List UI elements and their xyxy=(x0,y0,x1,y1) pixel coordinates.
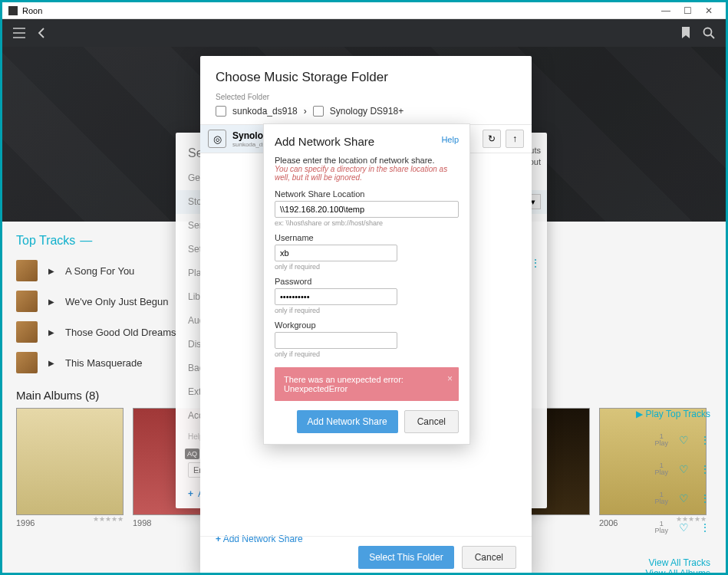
app-toolbar xyxy=(2,19,726,47)
favorite-icon[interactable]: ♡ xyxy=(679,521,689,534)
collapse-icon[interactable]: — xyxy=(80,234,92,248)
help-link[interactable]: Help xyxy=(441,135,459,144)
track-cover-art xyxy=(16,352,38,373)
dialog-title: Add Network Share xyxy=(275,135,459,148)
cancel-button[interactable]: Cancel xyxy=(404,410,459,433)
workgroup-input[interactable] xyxy=(275,332,397,349)
breadcrumb-item[interactable]: sunkoda_ds918 xyxy=(232,106,298,117)
nas-icon xyxy=(216,106,226,117)
play-count: 1Play xyxy=(654,462,668,476)
track-title: This Masquerade xyxy=(65,357,142,369)
app-title: Roon xyxy=(22,6,42,15)
track-title: We've Only Just Begun xyxy=(65,296,168,307)
favorite-icon[interactable]: ♡ xyxy=(679,492,689,504)
password-hint: only if required xyxy=(275,307,459,314)
favorite-icon[interactable]: ♡ xyxy=(679,434,689,446)
add-network-share-button[interactable]: Add Network Share xyxy=(297,410,398,433)
favorite-icon[interactable]: ♡ xyxy=(679,463,689,475)
window-close-button[interactable]: ✕ xyxy=(698,5,720,16)
search-icon[interactable] xyxy=(703,27,715,39)
svg-point-0 xyxy=(704,28,712,36)
dismiss-error-icon[interactable]: × xyxy=(447,373,453,384)
track-title: Those Good Old Dreams xyxy=(65,327,176,338)
breadcrumb-item[interactable]: Synology DS918+ xyxy=(330,106,404,117)
cancel-button[interactable]: Cancel xyxy=(462,546,516,569)
select-folder-button[interactable]: Select This Folder xyxy=(358,546,454,569)
dialog-instruction: Please enter the location of network sha… xyxy=(275,156,459,165)
badge-icon: AQ xyxy=(185,449,199,459)
dialog-hint: You can specify a directory in the share… xyxy=(275,165,459,182)
album-item[interactable]: 1996 ★★★★★ xyxy=(16,408,124,529)
view-all-tracks-link[interactable]: View All Tracks xyxy=(646,557,711,568)
play-icon[interactable]: ▶ xyxy=(48,359,54,367)
track-cover-art xyxy=(16,321,38,343)
modal-title: Choose Music Storage Folder xyxy=(200,70,532,93)
track-cover-art xyxy=(16,260,38,281)
username-label: Username xyxy=(275,233,459,242)
play-top-tracks-button[interactable]: ▶ Play Top Tracks xyxy=(636,409,710,419)
up-folder-button[interactable]: ↑ xyxy=(506,130,524,148)
network-location-input[interactable] xyxy=(275,201,459,218)
play-icon[interactable]: ▶ xyxy=(48,328,54,337)
play-count: 1Play xyxy=(654,433,668,447)
window-minimize-button[interactable]: — xyxy=(655,5,677,16)
username-hint: only if required xyxy=(275,263,459,271)
back-button[interactable] xyxy=(38,28,45,38)
network-location-hint: ex: \\host\share or smb://host/share xyxy=(275,219,459,227)
more-icon[interactable]: ⋮ xyxy=(700,434,710,446)
play-icon[interactable]: ▶ xyxy=(48,267,54,275)
selected-folder-label: Selected Folder xyxy=(200,93,532,101)
window-maximize-button[interactable]: ☐ xyxy=(677,5,698,16)
more-icon[interactable]: ⋮ xyxy=(700,492,710,504)
password-input[interactable] xyxy=(275,288,397,305)
chevron-right-icon: › xyxy=(304,106,307,117)
refresh-button[interactable]: ↻ xyxy=(483,130,501,148)
workgroup-hint: only if required xyxy=(275,350,459,358)
bookmark-icon[interactable] xyxy=(681,27,690,39)
play-count: 1Play xyxy=(654,521,668,534)
plus-icon: + xyxy=(188,488,193,499)
more-icon[interactable]: ⋮ xyxy=(530,257,541,269)
play-count: 1Play xyxy=(654,491,668,505)
workgroup-label: Workgroup xyxy=(275,320,459,330)
more-icon[interactable]: ⋮ xyxy=(700,521,710,534)
view-all-albums-link[interactable]: View All Albums xyxy=(646,568,711,573)
app-icon xyxy=(8,6,18,15)
window-titlebar: Roon — ☐ ✕ xyxy=(2,2,726,19)
track-title: A Song For You xyxy=(65,265,134,277)
password-label: Password xyxy=(275,277,459,286)
more-icon[interactable]: ⋮ xyxy=(700,463,710,475)
error-message: There was an unexpected error: Unexpecte… xyxy=(275,367,459,401)
track-cover-art xyxy=(16,291,38,312)
add-network-share-dialog: Add Network Share Help Please enter the … xyxy=(263,123,470,445)
album-cover-art xyxy=(16,408,124,515)
star-rating: ★★★★★ xyxy=(93,515,124,523)
play-icon[interactable]: ▶ xyxy=(48,297,54,306)
hamburger-menu-icon[interactable] xyxy=(13,28,25,38)
network-location-label: Network Share Location xyxy=(275,189,459,199)
username-input[interactable] xyxy=(275,245,397,261)
nas-icon xyxy=(313,106,324,117)
device-icon: ◎ xyxy=(208,130,226,148)
breadcrumb: sunkoda_ds918 › Synology DS918+ xyxy=(200,101,532,124)
